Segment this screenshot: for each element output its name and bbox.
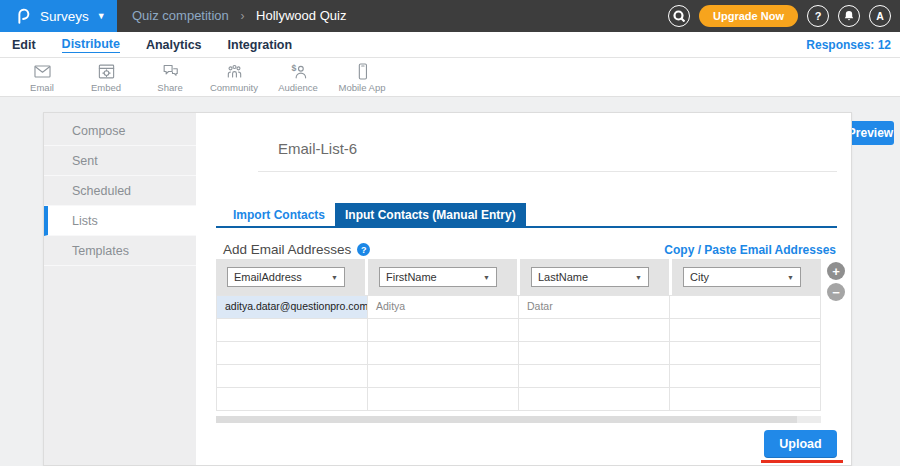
product-name: Surveys — [40, 9, 89, 24]
table-cell[interactable] — [217, 388, 368, 411]
toolbar-item-community[interactable]: Community — [202, 62, 266, 93]
sidebar-item-compose[interactable]: Compose — [44, 116, 196, 146]
primary-nav-items: EditDistributeAnalyticsIntegration — [0, 32, 900, 57]
sidebar-item-scheduled[interactable]: Scheduled — [44, 176, 196, 206]
lists-panel: Email-List-6 Import ContactsInput Contac… — [196, 113, 851, 465]
email-list-title: Email-List-6 — [278, 140, 357, 157]
table-cell[interactable] — [519, 342, 670, 365]
toolbar-item-audience[interactable]: $Audience — [266, 62, 330, 93]
table-cell[interactable] — [519, 319, 670, 342]
chevron-down-icon: ▼ — [635, 274, 642, 281]
notifications-button[interactable] — [838, 5, 860, 27]
table-cell[interactable] — [670, 365, 821, 388]
tab-input-contacts-manual-entry[interactable]: Input Contacts (Manual Entry) — [335, 203, 526, 226]
upload-button[interactable]: Upload — [764, 430, 837, 458]
top-header: Surveys ▼ Quiz competition › Hollywood Q… — [0, 0, 900, 32]
table-cell[interactable] — [670, 319, 821, 342]
breadcrumb-current: Hollywood Quiz — [256, 8, 346, 23]
upgrade-now-button[interactable]: Upgrade Now — [699, 5, 798, 27]
table-cell[interactable] — [519, 388, 670, 411]
email-icon — [33, 62, 52, 81]
nav-item-distribute[interactable]: Distribute — [62, 37, 120, 53]
email-distribution-card: ComposeSentScheduledListsTemplates Email… — [43, 112, 852, 466]
tab-import-contacts[interactable]: Import Contacts — [223, 203, 335, 226]
column-select-value: EmailAddress — [234, 271, 302, 283]
sidebar-item-lists[interactable]: Lists — [44, 206, 196, 236]
contacts-table-header: EmailAddress▼FirstName▼LastName▼City▼ — [216, 259, 821, 295]
share-icon — [161, 62, 180, 81]
nav-item-analytics[interactable]: Analytics — [146, 38, 202, 52]
table-cell[interactable]: aditya.datar@questionpro.com — [217, 296, 368, 319]
toolbar-item-label: Community — [210, 82, 258, 93]
table-row: aditya.datar@questionpro.comAdityaDatar — [217, 296, 821, 319]
red-annotation-underline — [761, 460, 843, 463]
contacts-table-body: aditya.datar@questionpro.comAdityaDatar — [216, 295, 821, 411]
column-select-emailaddress[interactable]: EmailAddress▼ — [227, 267, 345, 287]
embed-icon — [97, 62, 116, 81]
community-icon — [225, 62, 244, 81]
horizontal-scrollbar[interactable] — [216, 416, 821, 423]
nav-item-integration[interactable]: Integration — [228, 38, 293, 52]
distribute-channels: EmailEmbedShareCommunity$AudienceMobile … — [0, 58, 900, 93]
table-cell[interactable]: Aditya — [368, 296, 519, 319]
avatar-initial: A — [876, 10, 884, 22]
toolbar-item-label: Email — [30, 82, 54, 93]
chevron-down-icon: ▼ — [331, 274, 338, 281]
column-select-value: FirstName — [386, 271, 437, 283]
bell-icon — [843, 10, 855, 22]
breadcrumb-separator: › — [240, 9, 244, 23]
table-cell[interactable] — [217, 319, 368, 342]
table-cell[interactable] — [217, 342, 368, 365]
copy-paste-link[interactable]: Copy / Paste Email Addresses — [664, 243, 836, 257]
table-cell[interactable] — [368, 319, 519, 342]
title-divider — [258, 171, 837, 172]
table-cell[interactable] — [368, 342, 519, 365]
survey-nav: EditDistributeAnalyticsIntegration Respo… — [0, 32, 900, 58]
header-cell-firstname: FirstName▼ — [368, 259, 517, 295]
table-cell[interactable] — [670, 296, 821, 319]
column-select-city[interactable]: City▼ — [683, 267, 801, 287]
chevron-down-icon: ▼ — [787, 274, 794, 281]
table-cell[interactable] — [670, 342, 821, 365]
table-cell[interactable] — [217, 365, 368, 388]
table-cell[interactable]: Datar — [519, 296, 670, 319]
toolbar-item-email[interactable]: Email — [10, 62, 74, 93]
add-email-addresses-label: Add Email Addresses — [223, 242, 351, 257]
responses-count[interactable]: Responses: 12 — [806, 32, 891, 58]
toolbar-item-share[interactable]: Share — [138, 62, 202, 93]
table-cell[interactable] — [368, 365, 519, 388]
toolbar-item-label: Audience — [278, 82, 318, 93]
email-sidebar: ComposeSentScheduledListsTemplates — [44, 113, 196, 465]
audience-icon: $ — [289, 62, 308, 81]
add-email-section: Add Email Addresses ? Copy / Paste Email… — [223, 242, 836, 257]
toolbar-item-label: Mobile App — [338, 82, 385, 93]
toolbar-item-embed[interactable]: Embed — [74, 62, 138, 93]
table-cell[interactable] — [670, 388, 821, 411]
sidebar-item-templates[interactable]: Templates — [44, 236, 196, 266]
table-cell[interactable] — [519, 365, 670, 388]
question-help-icon[interactable]: ? — [357, 243, 370, 256]
mobile-app-icon — [353, 62, 372, 81]
table-row — [217, 388, 821, 411]
column-select-lastname[interactable]: LastName▼ — [531, 267, 649, 287]
header-cell-city: City▼ — [672, 259, 821, 295]
nav-item-edit[interactable]: Edit — [12, 38, 36, 52]
toolbar-item-mobile-app[interactable]: Mobile App — [330, 62, 394, 93]
help-button[interactable]: ? — [807, 5, 829, 27]
scrollbar-thumb[interactable] — [216, 416, 797, 423]
breadcrumb: Quiz competition › Hollywood Quiz — [132, 0, 346, 32]
sidebar-item-sent[interactable]: Sent — [44, 146, 196, 176]
product-switcher[interactable]: Surveys ▼ — [0, 0, 117, 32]
avatar[interactable]: A — [869, 5, 891, 27]
questionpro-logo-icon — [13, 7, 31, 25]
search-button[interactable] — [668, 5, 690, 27]
column-select-value: LastName — [538, 271, 588, 283]
search-icon — [673, 10, 685, 22]
breadcrumb-parent[interactable]: Quiz competition — [132, 8, 229, 23]
svg-text:$: $ — [291, 63, 296, 73]
table-row — [217, 342, 821, 365]
table-cell[interactable] — [368, 388, 519, 411]
add-row-button[interactable]: + — [827, 262, 845, 280]
remove-row-button[interactable]: − — [827, 283, 845, 301]
column-select-firstname[interactable]: FirstName▼ — [379, 267, 497, 287]
